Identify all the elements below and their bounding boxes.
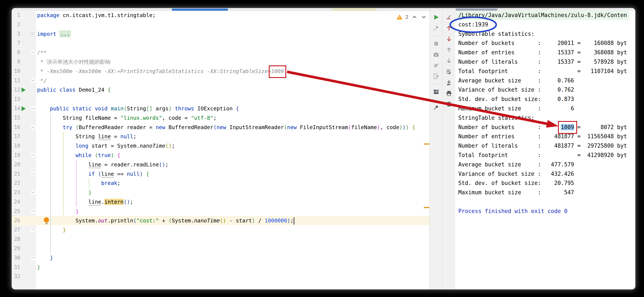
gutter-row: 7 xyxy=(12,39,35,48)
fold-marker-icon[interactable] xyxy=(31,50,35,55)
code-token: () xyxy=(220,217,226,224)
scroll-to-end-icon[interactable] xyxy=(445,79,452,86)
rerun-icon[interactable] xyxy=(432,14,440,21)
prev-problem-chevron-icon[interactable] xyxy=(411,14,418,20)
code-line[interactable]: String fileName = "linux.words", code = … xyxy=(36,113,430,123)
code-token: ; xyxy=(214,115,216,121)
down-stack-trace-icon[interactable] xyxy=(445,35,452,43)
gutter-row: 19 xyxy=(12,151,35,160)
run-line-arrow-icon[interactable] xyxy=(22,106,26,111)
code-token: main xyxy=(111,105,124,112)
console-line: Number of literals : 15337 = 578928 byt xyxy=(455,57,629,67)
code-line[interactable]: } xyxy=(36,188,430,197)
code-token: nanoTime xyxy=(140,143,165,149)
print-icon[interactable] xyxy=(445,90,452,97)
fold-marker-icon[interactable] xyxy=(31,78,35,83)
code-line[interactable] xyxy=(36,20,430,30)
code-line[interactable]: * -Xms500m -Xmx500m -XX:+PrintStringTabl… xyxy=(36,67,430,76)
soft-wrap-icon[interactable] xyxy=(445,68,452,75)
code-line[interactable]: line.intern(); xyxy=(36,197,430,207)
code-line[interactable] xyxy=(36,39,430,48)
fold-marker-icon[interactable] xyxy=(31,209,35,213)
fold-marker-icon[interactable] xyxy=(31,172,35,176)
console-text: Number of buckets : xyxy=(458,124,561,130)
code-line[interactable]: break; xyxy=(36,179,430,188)
ide-window: 1237891011121314151617181920212223242526… xyxy=(12,8,635,289)
code-line[interactable]: String line = null; xyxy=(36,132,430,141)
folded-imports-chip[interactable]: ... xyxy=(60,31,71,38)
stop-icon[interactable] xyxy=(432,40,440,47)
code-token xyxy=(95,171,98,177)
code-editor[interactable]: package cn.itcast.jvm.t1.stringtable;imp… xyxy=(36,11,430,289)
code-line[interactable]: } xyxy=(36,263,430,272)
code-line[interactable]: if (line == null) { xyxy=(36,169,430,179)
code-token: ) xyxy=(402,124,406,130)
code-line[interactable]: } xyxy=(36,225,430,235)
code-token xyxy=(37,180,101,186)
clear-marker-icon[interactable] xyxy=(445,14,452,21)
fold-marker-icon[interactable] xyxy=(31,227,35,232)
code-line[interactable]: */ xyxy=(36,76,430,85)
gutter-row: 21 xyxy=(12,169,35,179)
code-line[interactable]: /** xyxy=(36,48,430,57)
code-line[interactable] xyxy=(36,272,430,281)
code-token: ( xyxy=(133,217,136,224)
code-line[interactable] xyxy=(36,95,430,104)
console-line: Maximum bucket size : 6 xyxy=(455,104,629,113)
code-token xyxy=(37,124,62,130)
code-line[interactable]: public class Demo1_24 { xyxy=(36,85,430,95)
code-token: new xyxy=(216,124,226,130)
fold-marker-icon[interactable] xyxy=(31,32,35,36)
fold-marker-icon[interactable] xyxy=(31,256,35,260)
code-token: break xyxy=(101,180,117,186)
line-number: 16 xyxy=(12,123,20,132)
clear-all-trash-icon[interactable] xyxy=(445,101,452,108)
code-token xyxy=(56,31,60,37)
code-line[interactable]: } xyxy=(36,207,430,216)
code-token: } xyxy=(37,264,40,270)
fold-marker-icon[interactable] xyxy=(31,106,35,111)
code-token: = reader.readLine xyxy=(101,161,159,168)
run-console[interactable]: /Library/Java/JavaVirtualMachines/zulu-8… xyxy=(455,11,635,289)
settings-wrench-icon[interactable] xyxy=(432,25,440,32)
up-stack-trace-icon[interactable] xyxy=(445,25,452,32)
fold-marker-icon[interactable] xyxy=(31,153,35,157)
code-line[interactable]: import ... xyxy=(36,30,430,39)
code-line[interactable]: } xyxy=(36,253,430,263)
pin-icon[interactable] xyxy=(432,104,440,111)
code-line[interactable]: System.out.println("cost:" + (System.nan… xyxy=(36,216,430,225)
next-occurrence-icon[interactable] xyxy=(445,57,452,64)
code-line[interactable]: line = reader.readLine(); xyxy=(36,160,430,169)
toolbar-separator xyxy=(432,84,440,84)
line-number: 30 xyxy=(12,253,20,263)
run-line-arrow-icon[interactable] xyxy=(22,88,26,92)
code-line[interactable]: * 演示串池大小对性能的影响 xyxy=(36,57,430,67)
warning-triangle-icon xyxy=(396,15,402,20)
code-line[interactable]: try (BufferedReader reader = new Buffere… xyxy=(36,123,430,132)
restore-layout-icon[interactable] xyxy=(432,88,440,95)
code-token: String fileName = xyxy=(37,115,120,121)
code-token: } xyxy=(88,189,92,196)
coverage-bug-icon[interactable] xyxy=(432,62,440,69)
code-line[interactable]: while (true) { xyxy=(36,151,430,160)
code-line[interactable]: package cn.itcast.jvm.t1.stringtable; xyxy=(36,11,430,20)
line-number: 8 xyxy=(12,48,20,57)
thread-dump-camera-icon[interactable] xyxy=(432,51,440,58)
code-token: = xyxy=(111,133,120,140)
secondary-tab-highlight xyxy=(333,9,376,11)
inspection-widget[interactable]: 2 xyxy=(396,13,427,21)
text-caret xyxy=(294,217,294,224)
code-line[interactable]: public static void main(String[] args) t… xyxy=(36,104,430,113)
fold-marker-icon[interactable] xyxy=(31,125,35,130)
fold-marker-icon[interactable] xyxy=(31,190,35,195)
line-number: 11 xyxy=(12,76,20,85)
intention-bulb-icon[interactable] xyxy=(44,217,50,224)
next-problem-chevron-icon[interactable] xyxy=(420,14,427,20)
code-line[interactable]: long start = System.nanoTime(); xyxy=(36,141,430,151)
screenshot-stage: 1237891011121314151617181920212223242526… xyxy=(0,0,644,297)
exit-door-icon[interactable] xyxy=(432,73,440,80)
code-line[interactable] xyxy=(36,235,430,244)
prev-occurrence-icon[interactable] xyxy=(445,46,452,54)
code-line[interactable] xyxy=(36,244,430,253)
code-token: null xyxy=(127,171,140,177)
